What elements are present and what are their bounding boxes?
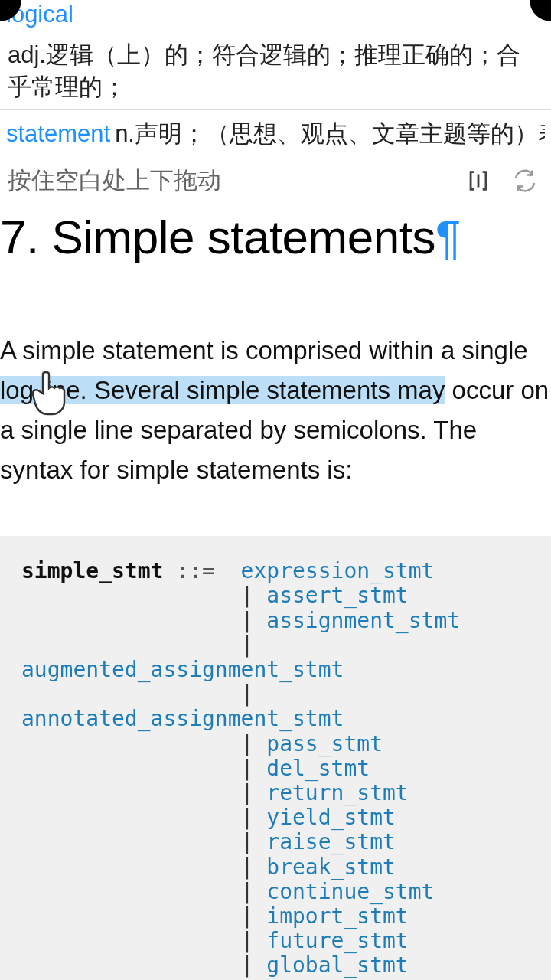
grammar-lhs: simple_stmt: [21, 558, 163, 583]
grammar-rule[interactable]: import_stmt: [266, 903, 408, 929]
grammar-rule[interactable]: global_stmt: [266, 952, 408, 978]
grammar-rule[interactable]: raise_stmt: [266, 829, 396, 854]
drag-toolbar[interactable]: 按住空白处上下拖动: [0, 158, 551, 203]
grammar-rule[interactable]: del_stmt: [266, 756, 370, 781]
grammar-rule[interactable]: augmented_assignment_stmt: [21, 657, 344, 682]
grammar-rule[interactable]: nonlocal_stmt: [266, 977, 434, 980]
grammar-rule[interactable]: assignment_stmt: [266, 608, 460, 633]
dict-word[interactable]: statement: [6, 120, 110, 148]
page-title: 7. Simple statements¶: [0, 203, 551, 270]
para-text: A simple statement is comprised within a…: [0, 336, 528, 364]
title-text: Simple statements: [51, 211, 435, 263]
refresh-icon[interactable]: [511, 167, 539, 194]
drag-hint: 按住空白处上下拖动: [8, 165, 445, 197]
title-number: 7.: [0, 211, 39, 263]
grammar-rule[interactable]: annotated_assignment_stmt: [21, 706, 344, 731]
grammar-rule[interactable]: break_stmt: [266, 854, 396, 880]
document-page[interactable]: 7. Simple statements¶ A simple statement…: [0, 203, 551, 980]
pilcrow-icon[interactable]: ¶: [435, 211, 461, 263]
grammar-rule[interactable]: assert_stmt: [266, 583, 408, 608]
dict-entry-statement: statement n.声明；（思想、观点、文章主题等的）表: [0, 110, 551, 158]
intro-paragraph[interactable]: A simple statement is comprised within a…: [0, 270, 551, 491]
dict-definition: adj.逻辑（上）的；符合逻辑的；推理正确的；合乎常理的；: [0, 34, 551, 109]
grammar-block[interactable]: simple_stmt ::= expression_stmt | assert…: [0, 536, 551, 980]
grammar-rule[interactable]: expression_stmt: [241, 558, 435, 583]
dict-entry-logical: logical: [0, 0, 551, 34]
grammar-op: ::=: [176, 558, 215, 583]
dict-definition: n.声明；（思想、观点、文章主题等的）表: [115, 118, 545, 150]
selection-highlight: line. Several simple statements may: [34, 376, 445, 404]
grammar-rule[interactable]: pass_stmt: [266, 731, 383, 756]
grammar-rule[interactable]: future_stmt: [266, 928, 408, 953]
grammar-rule[interactable]: yield_stmt: [266, 805, 396, 830]
brackets-icon[interactable]: [465, 168, 491, 194]
grammar-rule[interactable]: continue_stmt: [266, 879, 434, 904]
selection-highlight: log: [0, 376, 34, 404]
grammar-rule[interactable]: return_stmt: [266, 780, 408, 805]
